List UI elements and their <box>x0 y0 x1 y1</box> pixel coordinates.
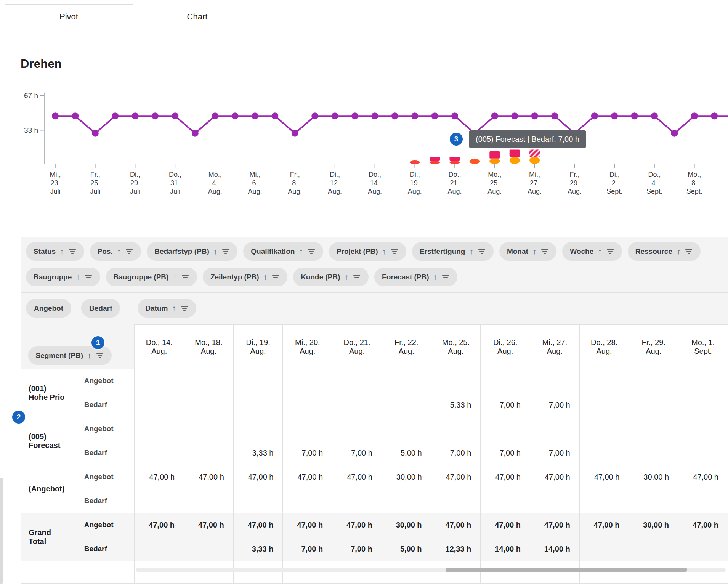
measure-chip-angebot[interactable]: Angebot <box>26 299 71 318</box>
angebot-point[interactable] <box>511 112 518 119</box>
angebot-point[interactable] <box>92 130 99 137</box>
sort-asc-icon[interactable]: ↑ <box>87 351 91 360</box>
filter-icon[interactable] <box>540 248 549 255</box>
angebot-point[interactable] <box>212 112 218 119</box>
filter-icon[interactable] <box>180 305 189 312</box>
sort-asc-icon[interactable]: ↑ <box>173 273 177 282</box>
angebot-point[interactable] <box>132 112 139 119</box>
bedarf-bar-segment[interactable] <box>489 151 500 159</box>
angebot-point[interactable] <box>391 112 398 119</box>
filter-icon[interactable] <box>685 248 693 255</box>
filter-chip-bedarfstyp-pb[interactable]: Bedarfstyp (PB)↑ <box>147 242 237 261</box>
tab-chart[interactable]: Chart <box>133 4 261 29</box>
angebot-point[interactable] <box>451 112 458 119</box>
bedarf-bar-segment[interactable] <box>430 161 440 164</box>
filter-icon[interactable] <box>478 248 486 255</box>
filter-icon[interactable] <box>68 248 77 255</box>
angebot-point[interactable] <box>152 112 159 119</box>
angebot-point[interactable] <box>72 112 79 119</box>
tab-pivot[interactable]: Pivot <box>5 4 133 29</box>
sort-asc-icon[interactable]: ↑ <box>213 247 218 256</box>
filter-chip-baugruppe[interactable]: Baugruppe↑ <box>26 268 100 286</box>
sort-asc-icon[interactable]: ↑ <box>345 273 349 282</box>
filter-chip-pos[interactable]: Pos.↑ <box>90 242 141 261</box>
bedarf-bar-segment[interactable] <box>529 157 540 164</box>
sort-asc-icon[interactable]: ↑ <box>263 273 268 282</box>
filter-chip-erstfertigung[interactable]: Erstfertigung↑ <box>412 242 494 261</box>
bedarf-bar-segment[interactable] <box>430 157 440 161</box>
angebot-point[interactable] <box>252 112 258 119</box>
filter-icon[interactable] <box>390 248 399 255</box>
filter-chip-baugruppe-pb[interactable]: Baugruppe (PB)↑ <box>106 268 197 286</box>
angebot-point[interactable] <box>691 112 698 119</box>
page-scrollbar-thumb[interactable] <box>0 478 3 584</box>
filter-icon[interactable] <box>441 273 450 281</box>
bedarf-bar-segment[interactable] <box>510 150 520 157</box>
angebot-point[interactable] <box>711 112 718 119</box>
angebot-point[interactable] <box>112 112 119 119</box>
bedarf-bar-segment[interactable] <box>450 161 460 164</box>
angebot-point[interactable] <box>172 112 178 119</box>
angebot-point[interactable] <box>311 112 318 119</box>
filter-icon[interactable] <box>271 273 280 281</box>
angebot-point[interactable] <box>551 112 558 119</box>
angebot-point[interactable] <box>431 112 438 119</box>
sort-asc-icon[interactable]: ↑ <box>677 247 681 256</box>
filter-icon[interactable] <box>606 248 614 255</box>
angebot-point[interactable] <box>491 112 498 119</box>
filter-icon[interactable] <box>125 248 133 255</box>
angebot-point[interactable] <box>411 112 418 119</box>
horizontal-scrollbar-track[interactable] <box>136 568 726 572</box>
angebot-point[interactable] <box>631 112 638 119</box>
filter-chip-kunde-pb[interactable]: Kunde (PB)↑ <box>293 268 369 286</box>
horizontal-scrollbar-thumb[interactable] <box>446 568 687 572</box>
column-field-chip-datum[interactable]: Datum ↑ <box>138 299 196 318</box>
bedarf-bar-segment[interactable] <box>529 150 540 157</box>
sort-asc-icon[interactable]: ↑ <box>76 273 80 282</box>
bedarf-bar-segment[interactable] <box>450 157 460 161</box>
angebot-point[interactable] <box>591 112 598 119</box>
bedarf-bar-segment[interactable] <box>510 157 520 164</box>
filter-icon[interactable] <box>181 273 189 281</box>
sort-asc-icon[interactable]: ↑ <box>598 247 602 256</box>
bedarf-bar-segment[interactable] <box>489 159 500 164</box>
angebot-point[interactable] <box>651 112 658 119</box>
sort-asc-icon[interactable]: ↑ <box>172 304 176 313</box>
sort-asc-icon[interactable]: ↑ <box>469 247 473 256</box>
angebot-point[interactable] <box>611 112 618 119</box>
angebot-point[interactable] <box>271 112 278 119</box>
angebot-point[interactable] <box>192 130 199 137</box>
value-cell: 47,00 h <box>233 465 283 489</box>
filter-chip-projekt-pb[interactable]: Projekt (PB)↑ <box>329 242 406 261</box>
angebot-point[interactable] <box>531 112 538 119</box>
angebot-point[interactable] <box>232 112 239 119</box>
angebot-point[interactable] <box>52 112 59 119</box>
value-cell: 7,00 h <box>481 393 530 417</box>
angebot-point[interactable] <box>351 112 358 119</box>
sort-asc-icon[interactable]: ↑ <box>299 247 303 256</box>
filter-icon[interactable] <box>84 273 93 281</box>
sort-asc-icon[interactable]: ↑ <box>117 247 121 256</box>
sort-asc-icon[interactable]: ↑ <box>382 247 386 256</box>
angebot-point[interactable] <box>371 112 378 119</box>
filter-icon[interactable] <box>353 273 361 281</box>
sort-asc-icon[interactable]: ↑ <box>532 247 537 256</box>
filter-chip-woche[interactable]: Woche↑ <box>562 242 622 261</box>
angebot-point[interactable] <box>292 130 298 137</box>
bedarf-bar-segment[interactable] <box>470 159 480 164</box>
sort-asc-icon[interactable]: ↑ <box>433 273 438 282</box>
filter-chip-monat[interactable]: Monat↑ <box>499 242 556 261</box>
filter-chip-zeilentyp-pb[interactable]: Zeilentyp (PB)↑ <box>203 268 287 286</box>
filter-chip-qualifikation[interactable]: Qualifikation↑ <box>243 242 323 261</box>
filter-icon[interactable] <box>221 248 230 255</box>
filter-icon[interactable] <box>307 248 316 255</box>
filter-chip-status[interactable]: Status↑ <box>26 242 84 261</box>
filter-chip-ressource[interactable]: Ressource↑ <box>628 242 701 261</box>
filter-icon[interactable] <box>96 352 104 359</box>
measure-chip-bedarf[interactable]: Bedarf <box>81 299 120 318</box>
bedarf-bar-segment[interactable] <box>410 160 420 164</box>
angebot-point[interactable] <box>332 112 338 119</box>
filter-chip-forecast-pb[interactable]: Forecast (PB)↑ <box>374 268 457 286</box>
angebot-point[interactable] <box>671 130 678 137</box>
sort-asc-icon[interactable]: ↑ <box>60 247 64 256</box>
